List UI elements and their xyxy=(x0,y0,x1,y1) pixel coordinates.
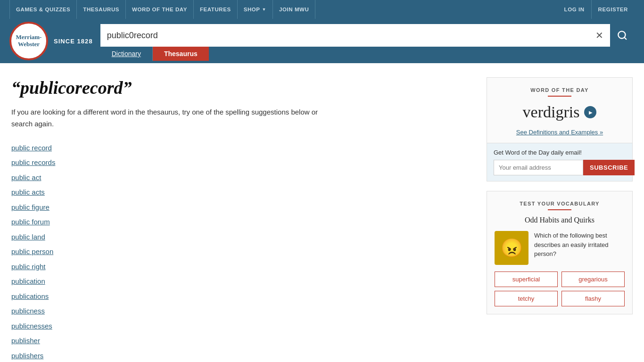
word-link-public-land[interactable]: public land xyxy=(11,230,473,245)
wotd-definition-link-row: See Definitions and Examples » xyxy=(495,128,625,136)
vocab-option-gregarious[interactable]: gregarious xyxy=(561,272,625,287)
wotd-definition-link[interactable]: See Definitions and Examples » xyxy=(516,129,603,136)
word-link-public-figure[interactable]: public figure xyxy=(11,200,473,215)
list-item: publishers xyxy=(11,348,473,362)
list-item: public land xyxy=(11,230,473,245)
word-link-publicness[interactable]: publicness xyxy=(11,304,473,319)
wotd-box: WORD OF THE DAY verdigris ▶ See Definiti… xyxy=(487,77,633,181)
games-quizzes-link[interactable]: GAMES & QUIZZES xyxy=(9,0,77,19)
search-tabs: Dictionary Thesaurus xyxy=(100,47,635,61)
vocab-option-flashy[interactable]: flashy xyxy=(561,291,625,306)
word-link-public-records[interactable]: public records xyxy=(11,155,473,170)
list-item: public records xyxy=(11,155,473,170)
wotd-email-label: Get Word of the Day daily email! xyxy=(494,149,626,156)
logo-text: Merriam- Webster xyxy=(14,32,44,50)
word-link-public-acts[interactable]: public acts xyxy=(11,185,473,200)
word-link-publications[interactable]: publications xyxy=(11,289,473,304)
suggestion-text: If you are looking for a different word … xyxy=(11,107,332,130)
word-link-public-forum[interactable]: public forum xyxy=(11,214,473,230)
top-nav-links: GAMES & QUIZZES THESAURUS WORD OF THE DA… xyxy=(9,0,315,19)
site-header: Merriam- Webster SINCE 1828 ✕ Dictionary… xyxy=(0,19,644,63)
tab-thesaurus[interactable]: Thesaurus xyxy=(153,47,209,61)
content-area: “publicorecord” If you are looking for a… xyxy=(11,77,473,362)
wotd-inner: WORD OF THE DAY verdigris ▶ See Definiti… xyxy=(487,78,632,143)
vocab-divider xyxy=(548,209,571,210)
list-item: publisher xyxy=(11,333,473,348)
list-item: publicness xyxy=(11,304,473,319)
vocab-option-tetchy[interactable]: tetchy xyxy=(495,291,558,306)
main-container: “publicorecord” If you are looking for a… xyxy=(0,63,644,362)
list-item: public right xyxy=(11,259,473,274)
top-nav-auth: LOG IN REGISTER xyxy=(558,0,635,19)
word-of-the-day-nav-link[interactable]: WORD OF THE DAY xyxy=(126,0,194,19)
sound-icon: ▶ xyxy=(589,110,593,115)
list-item: public acts xyxy=(11,185,473,200)
word-link-public-person[interactable]: public person xyxy=(11,244,473,259)
wotd-sound-button[interactable]: ▶ xyxy=(584,106,596,118)
top-nav: GAMES & QUIZZES THESAURUS WORD OF THE DA… xyxy=(0,0,644,19)
word-link-publication[interactable]: publication xyxy=(11,274,473,289)
search-bar: ✕ xyxy=(100,24,635,47)
list-item: public figure xyxy=(11,200,473,215)
search-icon xyxy=(617,30,627,41)
tab-dictionary[interactable]: Dictionary xyxy=(100,47,153,61)
vocab-option-superficial[interactable]: superficial xyxy=(495,272,558,287)
word-link-public-act[interactable]: public act xyxy=(11,170,473,185)
subscribe-button[interactable]: SUBSCRIBE xyxy=(583,160,635,175)
vocab-image-row: 😠 Which of the following best describes … xyxy=(495,231,625,265)
email-row: SUBSCRIBE xyxy=(494,160,626,175)
search-submit-button[interactable] xyxy=(610,24,635,47)
list-item: publicnesses xyxy=(11,319,473,334)
wotd-email-section: Get Word of the Day daily email! SUBSCRI… xyxy=(487,143,632,181)
search-input[interactable] xyxy=(100,24,589,47)
vocab-question: Which of the following best describes an… xyxy=(534,231,625,259)
shop-nav-link[interactable]: SHOP▼ xyxy=(238,0,273,19)
vocab-label: TEST YOUR VOCABULARY xyxy=(495,201,625,206)
list-item: public act xyxy=(11,170,473,185)
features-nav-link[interactable]: FEATURES xyxy=(194,0,238,19)
vocab-title: Odd Habits and Quirks xyxy=(495,216,625,224)
word-link-public-right[interactable]: public right xyxy=(11,259,473,274)
sidebar: WORD OF THE DAY verdigris ▶ See Definiti… xyxy=(487,77,633,362)
word-link-publicnesses[interactable]: publicnesses xyxy=(11,319,473,334)
wotd-divider xyxy=(548,96,571,97)
wotd-word: verdigris xyxy=(523,103,580,121)
vocab-options: superficial gregarious tetchy flashy xyxy=(495,272,625,306)
list-item: public record xyxy=(11,140,473,156)
join-mwu-link[interactable]: JOIN MWU xyxy=(273,0,315,19)
email-input[interactable] xyxy=(494,160,583,175)
list-item: public forum xyxy=(11,214,473,230)
list-item: publication xyxy=(11,274,473,289)
word-link-publishers[interactable]: publishers xyxy=(11,348,473,362)
since-label: SINCE 1828 xyxy=(54,38,93,45)
thesaurus-nav-link[interactable]: THESAURUS xyxy=(77,0,126,19)
word-link-publisher[interactable]: publisher xyxy=(11,333,473,348)
wotd-label: WORD OF THE DAY xyxy=(495,87,625,93)
login-link[interactable]: LOG IN xyxy=(558,0,591,19)
list-item: public person xyxy=(11,244,473,259)
vocab-image: 😠 xyxy=(495,231,528,265)
register-link[interactable]: REGISTER xyxy=(591,0,635,19)
word-link-public-record[interactable]: public record xyxy=(11,140,473,156)
list-item: publications xyxy=(11,289,473,304)
search-area: ✕ Dictionary Thesaurus xyxy=(100,24,635,61)
logo-wrap: Merriam- Webster SINCE 1828 xyxy=(9,22,93,63)
page-title: “publicorecord” xyxy=(11,77,473,98)
vocab-box: TEST YOUR VOCABULARY Odd Habits and Quir… xyxy=(487,191,633,314)
logo-circle[interactable]: Merriam- Webster xyxy=(9,22,48,60)
word-suggestion-list: public record public records public act … xyxy=(11,140,473,362)
search-clear-button[interactable]: ✕ xyxy=(589,30,610,41)
wotd-word-row: verdigris ▶ xyxy=(495,103,625,121)
